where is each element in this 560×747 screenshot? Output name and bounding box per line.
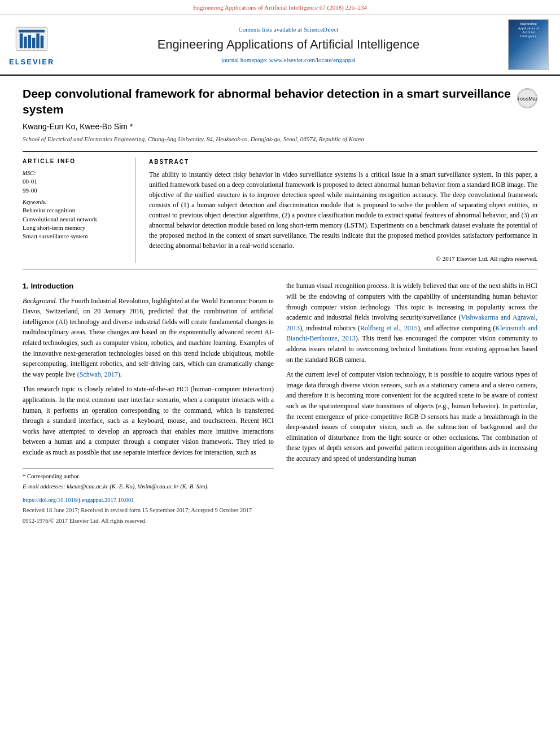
svg-text:CrossMark: CrossMark <box>518 96 537 102</box>
svg-rect-6 <box>36 34 40 49</box>
intro-heading: 1. Introduction <box>23 281 274 292</box>
keywords-section: Keywords: Behavior recognition Convoluti… <box>23 198 126 241</box>
right-para-1: the human visual recognition process. It… <box>286 281 537 365</box>
elsevier-logo: ELSEVIER <box>9 22 54 67</box>
body-col-left: 1. Introduction Background. The Fourth I… <box>23 281 274 525</box>
received-line: Received 18 June 2017; Received in revis… <box>23 506 274 515</box>
article-info-abstract-section: ARTICLE INFO MSC: 00-01 99-00 Keywords: … <box>23 151 537 270</box>
journal-citation: Engineering Applications of Artificial I… <box>193 4 367 11</box>
corresponding-note: * Corresponding author. <box>23 472 274 481</box>
rolfberg-ref[interactable]: Rolfberg et al., 2015 <box>360 324 418 332</box>
intro-para-2: This research topic is closely related t… <box>23 384 274 457</box>
elsevier-name: ELSEVIER <box>9 57 54 67</box>
svg-rect-7 <box>41 36 44 48</box>
and-text: and <box>424 324 434 332</box>
svg-rect-3 <box>24 37 27 48</box>
msc-codes: 00-01 99-00 <box>23 177 126 195</box>
keyword-3: Long short-term memory <box>23 224 126 232</box>
footnote-area: * Corresponding author. E-mail addresses… <box>23 468 274 492</box>
body-two-col: 1. Introduction Background. The Fourth I… <box>23 281 537 525</box>
keyword-1: Behavior recognition <box>23 206 126 215</box>
issn-line: 0952-1976/© 2017 Elsevier Ltd. All right… <box>23 517 274 526</box>
page: Engineering Applications of Artificial I… <box>0 0 560 747</box>
journal-header: ELSEVIER Contents lists available at Sci… <box>0 15 560 76</box>
copyright-line: © 2017 Elsevier Ltd. All rights reserved… <box>149 254 537 264</box>
crossmark-badge[interactable]: CrossMark <box>517 88 537 108</box>
article-info-column: ARTICLE INFO MSC: 00-01 99-00 Keywords: … <box>23 158 135 264</box>
msc-label: MSC: <box>23 170 36 176</box>
cover-text: EngineeringApplications ofArtificialInte… <box>518 22 539 38</box>
right-para-2: At the current level of computer vision … <box>286 369 537 464</box>
svg-rect-1 <box>19 30 45 33</box>
contents-line: Contents lists available at ScienceDirec… <box>238 25 338 34</box>
schwab-ref[interactable]: (Schwab, 2017) <box>77 370 120 378</box>
affiliation: School of Electrical and Electronics Eng… <box>23 135 537 143</box>
svg-rect-4 <box>28 35 32 48</box>
keywords-label: Keywords: <box>23 198 126 206</box>
authors: Kwang-Eun Ko, Kwee-Bo Sim * <box>23 121 537 133</box>
journal-cover-thumbnail: EngineeringApplications ofArtificialInte… <box>508 19 549 70</box>
abstract-text: The ability to instantly detect risky be… <box>149 169 537 251</box>
intro-para-1: Background. The Fourth Industrial Revolu… <box>23 296 274 380</box>
article-info-label: ARTICLE INFO <box>23 158 126 165</box>
keyword-4: Smart surveillance system <box>23 232 126 241</box>
top-banner: Engineering Applications of Artificial I… <box>0 0 560 15</box>
body-col-right: the human visual recognition process. It… <box>286 281 537 525</box>
email-addresses: kkeun@cau.ac.kr (K.-E. Ko), kbsim@cau.ac… <box>67 483 208 490</box>
journal-cover-area: EngineeringApplications ofArtificialInte… <box>506 19 551 70</box>
crossmark-icon: CrossMark <box>517 88 537 108</box>
elsevier-logo-area: ELSEVIER <box>9 19 71 70</box>
keyword-2: Convolutional neural network <box>23 215 126 224</box>
msc-code-1: 00-01 <box>23 178 37 185</box>
abstract-label: ABSTRACT <box>149 158 537 166</box>
msc-section: MSC: 00-01 99-00 <box>23 169 126 195</box>
article-title-section: Deep convolutional framework for abnorma… <box>23 86 537 117</box>
abstract-column: ABSTRACT The ability to instantly detect… <box>149 158 537 264</box>
doi-line: https://doi.org/10.1016/j.engappai.2017.… <box>23 496 274 505</box>
journal-homepage: journal homepage: www.elsevier.com/locat… <box>221 56 356 64</box>
msc-code-2: 99-00 <box>23 187 37 194</box>
email-note: E-mail addresses: kkeun@cau.ac.kr (K.-E.… <box>23 482 274 491</box>
svg-rect-5 <box>32 38 36 48</box>
email-label: E-mail addresses: <box>23 483 65 490</box>
sciencedirect-link[interactable]: ScienceDirect <box>304 26 339 33</box>
journal-homepage-link[interactable]: www.elsevier.com/locate/engappai <box>269 56 356 63</box>
doi-link[interactable]: https://doi.org/10.1016/j.engappai.2017.… <box>23 497 134 503</box>
article-title: Deep convolutional framework for abnorma… <box>23 86 511 117</box>
article-area: Deep convolutional framework for abnorma… <box>0 76 560 535</box>
elsevier-tree-icon <box>12 22 51 56</box>
journal-title: Engineering Applications of Artificial I… <box>158 36 420 54</box>
journal-title-area: Contents lists available at ScienceDirec… <box>78 19 499 70</box>
background-label: Background. <box>23 297 57 305</box>
svg-rect-2 <box>20 34 23 49</box>
